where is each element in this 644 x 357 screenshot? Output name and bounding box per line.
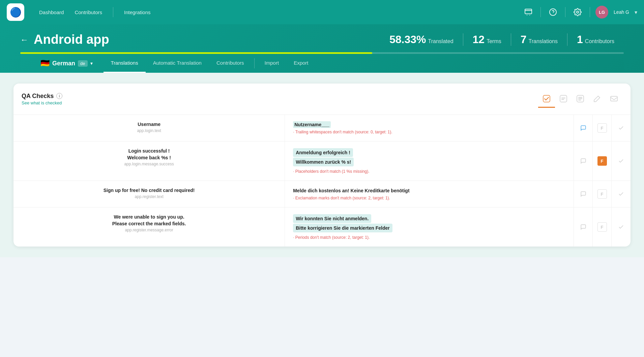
qa-tab-mail[interactable] <box>606 90 622 108</box>
table-row: We were unable to sign you up. Please co… <box>13 207 631 247</box>
target-text-2b: Willkommen zurück % s! <box>293 158 354 166</box>
nav-integrations[interactable]: Integrations <box>124 9 150 15</box>
source-text-2a: Login successful ! <box>128 148 170 154</box>
chat-icon-1[interactable] <box>578 123 588 133</box>
target-cell-3: Melde dich kostenlos an! Keine Kreditkar… <box>285 181 574 207</box>
action-flag-2: F <box>593 141 612 181</box>
approve-icon-3[interactable] <box>616 189 626 199</box>
user-avatar[interactable]: LG <box>595 6 608 19</box>
nav-right: LG Leah G ▾ <box>522 5 637 19</box>
top-navigation: 🔵 Dashboard Contributors Integrations <box>0 0 644 24</box>
action-chat-3 <box>574 181 593 207</box>
language-code-badge: de <box>78 60 87 67</box>
source-key-2: app.login.message.success <box>22 162 276 166</box>
app-logo[interactable]: 🔵 <box>7 3 24 21</box>
action-chat-1 <box>574 115 593 141</box>
approve-icon-2[interactable] <box>616 156 626 166</box>
language-name: German <box>52 60 75 67</box>
target-cell-1: Nutzername___ Trailing whitespaces don't… <box>285 115 574 141</box>
back-button[interactable]: ← <box>20 35 28 44</box>
table-row: Username app.login.text Nutzername___ Tr… <box>13 115 631 141</box>
qa-title-area: QA Checks i See what is checked <box>22 93 538 106</box>
nav-separator-3 <box>565 7 565 17</box>
svg-point-1 <box>527 15 527 15</box>
qa-error-3: Exclamation marks don't match (source: 2… <box>293 196 565 200</box>
svg-rect-13 <box>578 100 581 100</box>
stat-translated-num: 58.33% <box>389 33 426 46</box>
action-approve-1 <box>612 115 631 141</box>
qa-title: QA Checks i <box>22 93 538 100</box>
action-flag-4: F <box>593 207 612 247</box>
project-header: ← Android app 58.33% Translated 12 Terms… <box>20 32 624 47</box>
source-key-1: app.login.text <box>22 128 276 133</box>
chat-icon-4[interactable] <box>578 222 588 232</box>
stat-contributors: 1 Contributors <box>567 33 624 46</box>
subnav-links: Translations Automatic Translation Contr… <box>104 54 316 73</box>
language-dropdown-icon[interactable]: ▾ <box>90 61 93 66</box>
nav-dashboard[interactable]: Dashboard <box>39 9 64 15</box>
target-text-1: Nutzername___ <box>293 121 331 128</box>
approve-icon-4[interactable] <box>616 222 626 232</box>
sub-navigation: 🇩🇪 German de ▾ Translations Automatic Tr… <box>20 54 624 73</box>
stat-translations: 7 Translations <box>511 33 567 46</box>
qa-tab-checks[interactable] <box>538 90 555 108</box>
approve-icon-1[interactable] <box>616 123 626 133</box>
target-cell-2: Anmeldung erfolgreich ! Willkommen zurüc… <box>285 141 574 181</box>
subnav-import[interactable]: Import <box>257 54 287 73</box>
svg-rect-11 <box>578 97 582 98</box>
chat-icon-2[interactable] <box>578 156 588 166</box>
source-multiline-2: Login successful ! Welcome back %s ! <box>22 148 276 162</box>
qa-title-text: QA Checks <box>22 93 54 100</box>
svg-rect-0 <box>525 9 532 14</box>
table-row: Sign up for free! No credit card require… <box>13 181 631 207</box>
language-selector[interactable]: 🇩🇪 German de ▾ <box>40 59 93 68</box>
qa-error-4: Periods don't match (source: 2, target: … <box>293 235 565 240</box>
subnav-export[interactable]: Export <box>286 54 316 73</box>
target-text-4a: Wir konnten Sie nicht anmelden. <box>293 214 371 223</box>
action-flag-3: F <box>593 181 612 207</box>
svg-point-5 <box>577 11 579 13</box>
target-multiline-4: Wir konnten Sie nicht anmelden. Bitte ko… <box>293 214 565 233</box>
stat-translations-label: Translations <box>528 38 558 44</box>
table-row: Login successful ! Welcome back %s ! app… <box>13 141 631 181</box>
qa-see-link[interactable]: See what is checked <box>22 100 62 105</box>
svg-rect-8 <box>561 98 565 98</box>
stat-terms-num: 12 <box>473 33 485 46</box>
source-key-4: app.register.message.error <box>22 228 276 232</box>
main-content: QA Checks i See what is checked <box>0 73 644 257</box>
qa-tab-text[interactable] <box>555 90 572 108</box>
qa-tab-list[interactable] <box>572 90 589 108</box>
target-text-4b-text: Bitte korrigieren Sie die markierten Fel… <box>296 225 390 231</box>
settings-icon[interactable] <box>571 5 584 19</box>
flag-icon-1[interactable]: F <box>597 123 607 133</box>
chat-icon-3[interactable] <box>578 189 588 199</box>
subnav-contributors[interactable]: Contributors <box>209 54 252 73</box>
source-text-4b: Please correct the marked fields. <box>112 221 186 226</box>
subnav-translations[interactable]: Translations <box>104 54 146 73</box>
flag-icon-2-orange[interactable]: F <box>597 156 607 166</box>
qa-info-icon[interactable]: i <box>56 93 62 99</box>
user-dropdown-icon[interactable]: ▾ <box>635 9 637 15</box>
qa-table: Username app.login.text Nutzername___ Tr… <box>13 115 631 247</box>
svg-point-4 <box>553 14 553 14</box>
language-flag: 🇩🇪 <box>40 59 50 68</box>
source-cell-2: Login successful ! Welcome back %s ! app… <box>13 141 285 181</box>
qa-card: QA Checks i See what is checked <box>13 84 631 247</box>
target-cell-4: Wir konnten Sie nicht anmelden. Bitte ko… <box>285 207 574 247</box>
nav-separator <box>113 7 113 17</box>
flag-icon-3[interactable]: F <box>597 189 607 199</box>
user-name[interactable]: Leah G <box>614 9 629 15</box>
cart-icon[interactable] <box>522 5 535 19</box>
nav-separator-2 <box>540 7 541 17</box>
subnav-automatic-translation[interactable]: Automatic Translation <box>146 54 209 73</box>
qa-tab-edit[interactable] <box>589 90 606 108</box>
qa-header: QA Checks i See what is checked <box>13 84 631 115</box>
qa-error-1: Trailing whitespaces don't match (source… <box>293 130 565 134</box>
action-flag-1: F <box>593 115 612 141</box>
source-multiline-4: We were unable to sign you up. Please co… <box>22 214 276 228</box>
flag-icon-4[interactable]: F <box>597 222 607 232</box>
help-icon[interactable] <box>546 5 560 19</box>
nav-contributors[interactable]: Contributors <box>75 9 102 15</box>
source-text-3: Sign up for free! No credit card require… <box>22 188 276 193</box>
project-header-section: ← Android app 58.33% Translated 12 Terms… <box>0 24 644 73</box>
